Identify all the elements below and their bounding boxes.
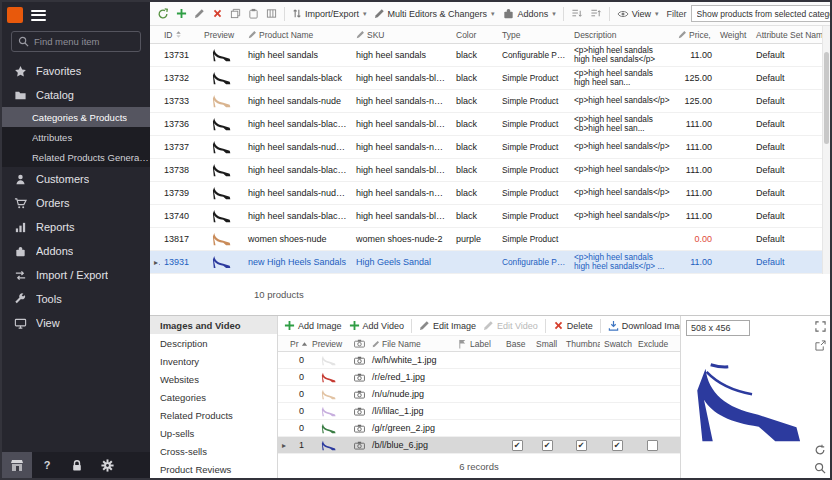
image-row[interactable]: 0/r/e/red_1.jpg xyxy=(278,369,680,386)
sidebar-item-catalog[interactable]: Catalog xyxy=(2,83,150,107)
product-row[interactable]: 13738high heel sandals-black-37high heel… xyxy=(150,159,830,182)
product-row[interactable]: ▸13931new High Heels SandalsHigh Geels S… xyxy=(150,251,830,274)
column-header-weight[interactable]: Weight xyxy=(716,30,752,40)
product-row[interactable]: 13733high heel sandals-nudehigh heel san… xyxy=(150,90,830,113)
delete-button[interactable]: Delete xyxy=(550,318,596,333)
column-label: Thumbna xyxy=(566,339,600,349)
column-header-small[interactable]: Small xyxy=(532,339,562,349)
copy-button[interactable] xyxy=(227,6,244,21)
column-header-preview[interactable]: Preview xyxy=(308,339,350,349)
product-row[interactable]: 13817women shoes-nudewomen shoes-nude-2p… xyxy=(150,228,830,251)
paste-button[interactable] xyxy=(245,6,262,21)
zoom-icon[interactable] xyxy=(814,462,826,474)
rows-down-button[interactable] xyxy=(568,6,586,21)
swatch-checkbox[interactable] xyxy=(612,440,623,451)
column-header-product-name[interactable]: Product Name xyxy=(244,30,352,40)
image-row[interactable]: ▸1/b/l/blue_6.jpg xyxy=(278,437,680,454)
column-header-preview[interactable]: Preview xyxy=(200,30,244,40)
column-header-base[interactable]: Base xyxy=(502,339,532,349)
toolbar-menu-addons[interactable]: Addons▾ xyxy=(499,5,559,22)
thumbnail-checkbox[interactable] xyxy=(576,440,587,451)
column-header-swatch[interactable]: Swatch xyxy=(600,339,634,349)
sidebar-item-categories-products[interactable]: Categories & Products xyxy=(2,107,150,127)
column-header-type[interactable]: Type xyxy=(498,30,570,40)
sidebar-item-favorites[interactable]: Favorites xyxy=(2,59,150,83)
columns-button[interactable] xyxy=(263,6,280,21)
image-row[interactable]: 0/g/r/green_2.jpg xyxy=(278,420,680,437)
delete-product-button[interactable] xyxy=(209,6,226,21)
cell-small xyxy=(532,440,562,451)
open-external-icon[interactable] xyxy=(815,340,826,351)
products-filter-select[interactable]: Show products from selected categories▾ xyxy=(691,5,830,22)
column-header-file-name[interactable]: File Name xyxy=(368,339,454,349)
tab-websites[interactable]: Websites xyxy=(150,370,277,388)
lock-button[interactable] xyxy=(62,452,92,478)
sidebar-item-related-products-generator[interactable]: Related Products Generator xyxy=(2,147,150,167)
product-row[interactable]: 13732high heel sandals-blackhigh heel sa… xyxy=(150,67,830,90)
scrollbar-thumb[interactable] xyxy=(824,52,829,144)
column-header-position[interactable]: Pr xyxy=(286,339,308,349)
image-row[interactable]: 0/n/u/nude.jpg xyxy=(278,386,680,403)
column-header-attribute-set[interactable]: Attribute Set Name xyxy=(752,30,822,40)
sidebar-item-view[interactable]: View xyxy=(2,311,150,335)
cell-position: 0 xyxy=(286,355,308,365)
edit-image-button[interactable]: Edit Image xyxy=(416,318,479,333)
sidebar-item-tools[interactable]: Tools xyxy=(2,287,150,311)
sidebar-item-addons[interactable]: Addons xyxy=(2,239,150,263)
sidebar-item-attributes[interactable]: Attributes xyxy=(2,127,150,147)
product-row[interactable]: 13737high heel sandals-nude-36high heel … xyxy=(150,136,830,159)
add-video-button[interactable]: Add Video xyxy=(346,318,407,333)
edit-video-button[interactable]: Edit Video xyxy=(480,318,541,333)
sidebar-item-orders[interactable]: Orders xyxy=(2,191,150,215)
vertical-scrollbar[interactable] xyxy=(822,26,830,274)
column-header-id[interactable]: ID xyxy=(160,30,200,40)
menu-toggle-button[interactable] xyxy=(31,7,46,23)
rotate-icon[interactable] xyxy=(814,444,826,456)
product-row[interactable]: 13739high heel sandals-nude-37high heel … xyxy=(150,182,830,205)
product-row[interactable]: 13731high heel sandalshigh heel sandalsb… xyxy=(150,44,830,67)
add-image-button[interactable]: Add Image xyxy=(281,318,345,333)
toolbar-menu-import-export[interactable]: Import/Export▾ xyxy=(289,6,370,21)
column-header-thumbnail[interactable]: Thumbna xyxy=(562,339,600,349)
small-checkbox[interactable] xyxy=(542,440,553,451)
download-image-button[interactable]: Download Image xyxy=(605,318,680,333)
product-row[interactable]: 13740high heel sandals-black-38high heel… xyxy=(150,205,830,228)
help-button[interactable]: ? xyxy=(32,452,62,478)
column-header-exclude[interactable]: Exclude xyxy=(634,339,670,349)
store-button[interactable] xyxy=(2,452,32,478)
tab-cross-sells[interactable]: Cross-sells xyxy=(150,442,277,460)
cell-exclude xyxy=(634,440,670,451)
column-header-camera[interactable] xyxy=(350,339,368,348)
column-header-sku[interactable]: SKU xyxy=(352,30,452,40)
rows-up-button[interactable] xyxy=(587,6,605,21)
tab-images-and-video[interactable]: Images and Video xyxy=(150,316,277,334)
tab-related-products[interactable]: Related Products xyxy=(150,406,277,424)
sidebar-item-import-export[interactable]: Import / Export xyxy=(2,263,150,287)
image-row[interactable]: 0/w/h/white_1.jpg xyxy=(278,352,680,369)
tab-up-sells[interactable]: Up-sells xyxy=(150,424,277,442)
exclude-checkbox[interactable] xyxy=(647,440,658,451)
toolbar-menu-view[interactable]: View▾ xyxy=(614,7,662,21)
refresh-button[interactable] xyxy=(154,6,172,22)
column-header-color[interactable]: Color xyxy=(452,30,498,40)
search-input[interactable] xyxy=(34,36,134,47)
tab-inventory[interactable]: Inventory xyxy=(150,352,277,370)
resize-dimensions-input[interactable] xyxy=(686,320,750,336)
base-checkbox[interactable] xyxy=(512,440,523,451)
gear-button[interactable] xyxy=(92,452,122,478)
sidebar-item-customers[interactable]: Customers xyxy=(2,167,150,191)
tab-categories[interactable]: Categories xyxy=(150,388,277,406)
toolbar-menu-multi-editors-changers[interactable]: Multi Editors & Changers▾ xyxy=(371,6,498,21)
tab-description[interactable]: Description xyxy=(150,334,277,352)
fullscreen-icon[interactable] xyxy=(815,321,826,332)
sidebar-item-reports[interactable]: Reports xyxy=(2,215,150,239)
column-header-flag[interactable] xyxy=(454,339,466,349)
add-product-button[interactable] xyxy=(173,6,190,21)
column-header-description[interactable]: Description xyxy=(570,30,674,40)
edit-product-button[interactable] xyxy=(191,6,208,21)
product-row[interactable]: 13736high heel sandals-black-36high heel… xyxy=(150,113,830,136)
column-header-label[interactable]: Label xyxy=(466,339,502,349)
tab-product-reviews[interactable]: Product Reviews xyxy=(150,460,277,478)
column-header-price[interactable]: Price, xyxy=(674,30,716,40)
image-row[interactable]: 0/l/i/lilac_1.jpg xyxy=(278,403,680,420)
